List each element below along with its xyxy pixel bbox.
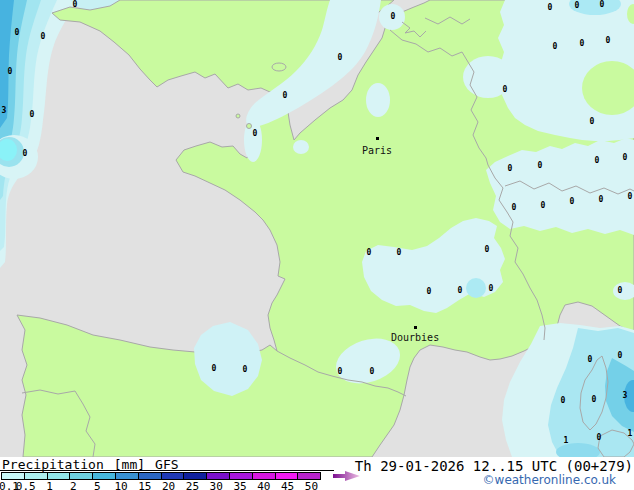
precipitation-map[interactable]: 0000300000000000000000000000000000000000… bbox=[0, 0, 634, 457]
legend-color-cell bbox=[297, 472, 321, 480]
precip-value-marker: 1 bbox=[564, 436, 569, 445]
precip-value-marker: 0 bbox=[618, 286, 623, 295]
precip-value-marker: 0 bbox=[512, 203, 517, 212]
legend-bar: Precipitation[mm]GFS 0.10.51251015202530… bbox=[0, 457, 634, 490]
legend-tick: 0.5 bbox=[16, 480, 36, 490]
precip-value-marker: 0 bbox=[458, 286, 463, 295]
precip-value-marker: 0 bbox=[41, 32, 46, 41]
legend-tick: 35 bbox=[233, 480, 246, 490]
precip-value-marker: 0 bbox=[367, 248, 372, 257]
precip-value-marker: 0 bbox=[397, 248, 402, 257]
precip-value-marker: 0 bbox=[570, 197, 575, 206]
precip-value-marker: 0 bbox=[618, 351, 623, 360]
legend-color-cell bbox=[206, 472, 230, 480]
precip-value-marker: 0 bbox=[73, 0, 78, 9]
legend-color-cell bbox=[252, 472, 276, 480]
legend-tick: 45 bbox=[281, 480, 294, 490]
precip-value-marker: 0 bbox=[508, 164, 513, 173]
precip-value-marker: 0 bbox=[538, 161, 543, 170]
legend-tick: 30 bbox=[210, 480, 223, 490]
precip-value-marker: 0 bbox=[541, 201, 546, 210]
legend-color-cell bbox=[138, 472, 162, 480]
legend-tick: 50 bbox=[305, 480, 318, 490]
legend-underline bbox=[0, 470, 334, 471]
legend-colorbar bbox=[2, 472, 321, 480]
copyright-link[interactable]: ©weatheronline.co.uk bbox=[483, 473, 616, 487]
legend-color-cell bbox=[275, 472, 299, 480]
precip-value-marker: 0 bbox=[580, 39, 585, 48]
city-dot bbox=[376, 137, 379, 140]
precip-value-marker: 3 bbox=[2, 106, 7, 115]
legend-tick: 5 bbox=[94, 480, 101, 490]
legend-color-cell bbox=[47, 472, 71, 480]
precip-value-marker: 0 bbox=[628, 192, 633, 201]
city-label: Dourbies bbox=[391, 332, 439, 343]
channel-island bbox=[236, 114, 240, 118]
legend-color-cell bbox=[24, 472, 48, 480]
precip-value-marker: 0 bbox=[548, 3, 553, 12]
precip-value-marker: 0 bbox=[338, 367, 343, 376]
map-canvas: 0000300000000000000000000000000000000000… bbox=[0, 0, 634, 457]
precip-value-marker: 0 bbox=[283, 91, 288, 100]
precip-value-marker: 0 bbox=[338, 53, 343, 62]
precip-value-marker: 0 bbox=[253, 129, 258, 138]
precip-value-marker: 0 bbox=[597, 433, 602, 442]
legend-color-cell bbox=[229, 472, 253, 480]
legend-color-cell bbox=[183, 472, 207, 480]
legend-color-cell bbox=[1, 472, 25, 480]
precip-value-marker: 0 bbox=[606, 36, 611, 45]
channel-island bbox=[247, 124, 252, 129]
precip-value-marker: 0 bbox=[592, 395, 597, 404]
precip-value-marker: 0 bbox=[391, 12, 396, 21]
precip-value-marker: 0 bbox=[15, 28, 20, 37]
legend-color-cell bbox=[115, 472, 139, 480]
precip-value-marker: 0 bbox=[212, 364, 217, 373]
legend-color-cell bbox=[161, 472, 185, 480]
isle-of-wight bbox=[272, 63, 286, 71]
precip-value-marker: 0 bbox=[623, 153, 628, 162]
precip-value-marker: 0 bbox=[427, 287, 432, 296]
legend-tick: 40 bbox=[257, 480, 270, 490]
precip-value-marker: 0 bbox=[23, 149, 28, 158]
legend-tick: 15 bbox=[138, 480, 151, 490]
precip-value-marker: 0 bbox=[503, 85, 508, 94]
precip-value-marker: 0 bbox=[8, 67, 13, 76]
forecast-timestamp: Th 29-01-2026 12..15 UTC (00+279) bbox=[355, 458, 633, 474]
precip-value-marker: 1 bbox=[628, 429, 633, 438]
precip-value-marker: 0 bbox=[595, 156, 600, 165]
legend-tick: 25 bbox=[186, 480, 199, 490]
legend-tick: 20 bbox=[162, 480, 175, 490]
precip-value-marker: 0 bbox=[599, 195, 604, 204]
precip-value-marker: 0 bbox=[489, 284, 494, 293]
precip-value-marker: 0 bbox=[30, 110, 35, 119]
legend-color-cell bbox=[69, 472, 93, 480]
city-dot bbox=[414, 326, 417, 329]
legend-tick: 2 bbox=[70, 480, 77, 490]
precip-value-marker: 0 bbox=[553, 42, 558, 51]
precip-value-marker: 0 bbox=[561, 396, 566, 405]
precip-value-marker: 0 bbox=[575, 1, 580, 10]
city-label: Paris bbox=[362, 145, 392, 156]
legend-tick: 10 bbox=[114, 480, 127, 490]
precip-value-marker: 3 bbox=[623, 391, 628, 400]
legend-color-cell bbox=[92, 472, 116, 480]
precip-value-marker: 0 bbox=[485, 245, 490, 254]
legend-tick: 1 bbox=[46, 480, 53, 490]
precip-value-marker: 0 bbox=[600, 0, 605, 9]
weather-map-screen: 0000300000000000000000000000000000000000… bbox=[0, 0, 634, 490]
precip-value-marker: 0 bbox=[588, 355, 593, 364]
precip-value-marker: 0 bbox=[370, 367, 375, 376]
precip-value-marker: 0 bbox=[590, 117, 595, 126]
legend-tick-labels: 0.10.5125101520253035404550 bbox=[0, 480, 360, 490]
precip-value-marker: 0 bbox=[243, 365, 248, 374]
